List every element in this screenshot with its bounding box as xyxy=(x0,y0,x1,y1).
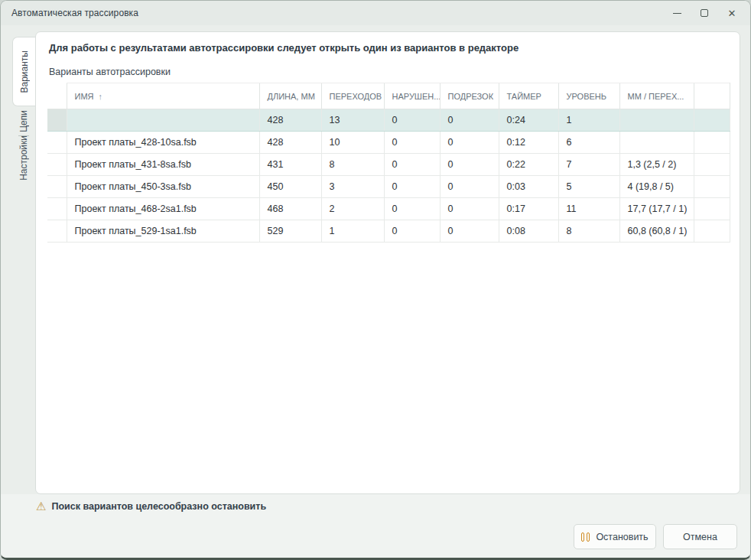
cancel-button[interactable]: Отмена xyxy=(663,524,737,549)
cell-spacer xyxy=(694,220,730,243)
cell-mm-per-via: 17,7 (17,7 / 1) xyxy=(619,198,694,220)
cell-spacer xyxy=(694,198,730,220)
cell-length-mm: 529 xyxy=(259,220,321,243)
stop-button-label: Остановить xyxy=(596,532,648,542)
tab-nets-label: Цепи xyxy=(18,110,29,132)
header-violations[interactable]: НАРУШЕН... xyxy=(384,83,440,109)
cell-vias: 3 xyxy=(321,176,384,198)
tab-settings-label: Настройки xyxy=(18,135,29,181)
cell-trims: 0 xyxy=(440,132,499,154)
cell-length-mm: 428 xyxy=(259,132,321,154)
cell-name: Проект платы_529-1sa1.fsb xyxy=(67,220,259,243)
table-row[interactable]: Проект платы_431-8sa.fsb 431 8 0 0 0:22 … xyxy=(47,154,730,176)
minimize-icon xyxy=(673,13,681,14)
maximize-icon xyxy=(701,9,708,17)
table-row[interactable]: Проект платы_468-2sa1.fsb 468 2 0 0 0:17… xyxy=(47,198,730,220)
cell-row-indicator xyxy=(47,132,67,154)
cell-mm-per-via xyxy=(619,132,694,154)
action-buttons: Остановить Отмена xyxy=(574,524,737,549)
cell-violations: 0 xyxy=(384,198,440,220)
cell-trims: 0 xyxy=(440,198,499,220)
table-row[interactable]: 428 13 0 0 0:24 1 xyxy=(47,109,730,132)
header-vias[interactable]: ПЕРЕХОДОВ xyxy=(321,83,384,109)
variants-table: ИМЯ↑ ДЛИНА, ММ ПЕРЕХОДОВ НАРУШЕН... ПОДР… xyxy=(47,83,730,243)
cell-name: Проект платы_450-3sa.fsb xyxy=(67,176,259,198)
cell-vias: 1 xyxy=(321,220,384,243)
cell-name: Проект платы_431-8sa.fsb xyxy=(67,154,259,176)
window-controls: ✕ xyxy=(663,1,746,25)
cell-violations: 0 xyxy=(384,154,440,176)
cell-name: Проект платы_468-2sa1.fsb xyxy=(67,198,259,220)
warning-message: ⚠ Поиск вариантов целесообразно останови… xyxy=(36,500,266,512)
cell-name: Проект платы_428-10sa.fsb xyxy=(67,132,259,154)
cell-violations: 0 xyxy=(384,220,440,243)
cell-mm-per-via xyxy=(619,109,694,132)
close-icon: ✕ xyxy=(728,8,736,18)
cell-violations: 0 xyxy=(384,132,440,154)
minimize-button[interactable] xyxy=(663,1,691,25)
maximize-button[interactable] xyxy=(691,1,718,25)
footer: ⚠ Поиск вариантов целесообразно останови… xyxy=(1,494,750,558)
tab-variants-label: Варианты xyxy=(19,50,30,93)
cell-name xyxy=(67,109,259,132)
table-row[interactable]: Проект платы_428-10sa.fsb 428 10 0 0 0:1… xyxy=(47,132,730,154)
cell-mm-per-via: 1,3 (2,5 / 2) xyxy=(619,154,694,176)
stop-button[interactable]: Остановить xyxy=(574,524,656,549)
header-timer[interactable]: ТАЙМЕР xyxy=(499,83,558,109)
pause-icon xyxy=(581,532,590,542)
variants-label: Варианты автотрассировки xyxy=(49,67,171,77)
cell-row-indicator xyxy=(47,154,67,176)
header-length-mm[interactable]: ДЛИНА, ММ xyxy=(259,83,321,109)
warning-text: Поиск вариантов целесообразно остановить xyxy=(51,501,266,512)
header-level[interactable]: УРОВЕНЬ xyxy=(558,83,619,109)
cell-level: 8 xyxy=(558,220,619,243)
cell-spacer xyxy=(694,109,730,132)
cell-timer: 0:12 xyxy=(499,132,558,154)
cell-vias: 8 xyxy=(321,154,384,176)
cell-spacer xyxy=(694,154,730,176)
cell-vias: 2 xyxy=(321,198,384,220)
cell-violations: 0 xyxy=(384,109,440,132)
cell-spacer xyxy=(694,132,730,154)
sort-ascending-icon: ↑ xyxy=(99,92,103,101)
cell-mm-per-via: 60,8 (60,8 / 1) xyxy=(619,220,694,243)
tab-variants[interactable]: Варианты xyxy=(12,37,35,106)
table-row[interactable]: Проект платы_529-1sa1.fsb 529 1 0 0 0:08… xyxy=(47,220,730,243)
cell-row-indicator xyxy=(47,220,67,243)
cell-level: 5 xyxy=(558,176,619,198)
cell-trims: 0 xyxy=(440,154,499,176)
cell-length-mm: 428 xyxy=(259,109,321,132)
cell-level: 7 xyxy=(558,154,619,176)
cancel-button-label: Отмена xyxy=(683,532,717,542)
instruction-text: Для работы с результатами автотрассировк… xyxy=(49,42,519,54)
cell-timer: 0:24 xyxy=(499,109,558,132)
cell-trims: 0 xyxy=(440,176,499,198)
cell-timer: 0:03 xyxy=(499,176,558,198)
table-row[interactable]: Проект платы_450-3sa.fsb 450 3 0 0 0:03 … xyxy=(47,176,730,198)
cell-timer: 0:22 xyxy=(499,154,558,176)
cell-length-mm: 468 xyxy=(259,198,321,220)
cell-mm-per-via: 4 (19,8 / 5) xyxy=(619,176,694,198)
cell-timer: 0:17 xyxy=(499,198,558,220)
header-row-indicator xyxy=(47,83,67,109)
header-spacer xyxy=(694,83,730,109)
cell-row-indicator xyxy=(47,109,67,132)
cell-row-indicator xyxy=(47,176,67,198)
header-trims[interactable]: ПОДРЕЗОК xyxy=(440,83,499,109)
cell-length-mm: 450 xyxy=(259,176,321,198)
header-mm-per-via[interactable]: ММ / ПЕРЕХ... xyxy=(619,83,694,109)
cell-trims: 0 xyxy=(440,109,499,132)
cell-vias: 13 xyxy=(321,109,384,132)
cell-level: 6 xyxy=(558,132,619,154)
tab-settings[interactable]: Настройки xyxy=(12,138,35,177)
table-header-row: ИМЯ↑ ДЛИНА, ММ ПЕРЕХОДОВ НАРУШЕН... ПОДР… xyxy=(47,83,730,109)
close-button[interactable]: ✕ xyxy=(718,1,746,25)
tab-nets[interactable]: Цепи xyxy=(12,109,35,134)
title-bar: Автоматическая трассировка ✕ xyxy=(1,1,750,25)
cell-spacer xyxy=(694,176,730,198)
window-title: Автоматическая трассировка xyxy=(11,8,138,18)
cell-level: 1 xyxy=(558,109,619,132)
cell-length-mm: 431 xyxy=(259,154,321,176)
header-name[interactable]: ИМЯ↑ xyxy=(67,83,259,109)
cell-timer: 0:08 xyxy=(499,220,558,243)
